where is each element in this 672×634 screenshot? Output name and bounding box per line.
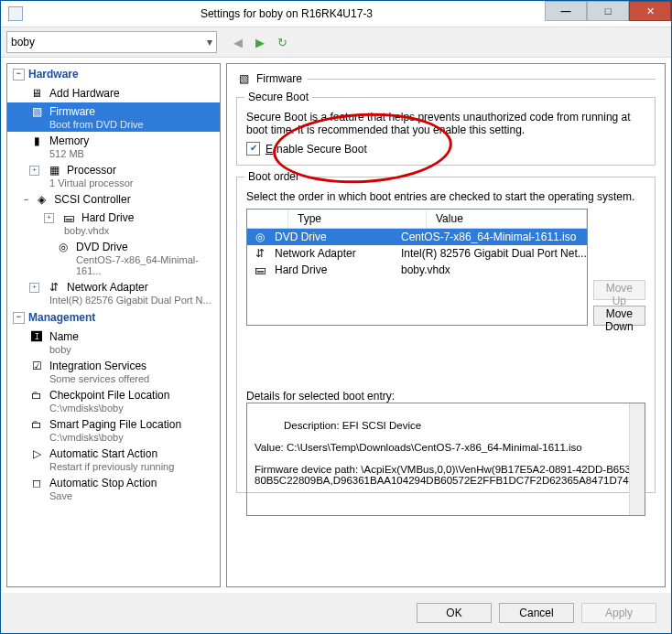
checkpoint-icon: 🗀: [29, 388, 44, 403]
tree-processor[interactable]: +▦Processor 1 Virtual processor: [7, 161, 220, 190]
move-up-button[interactable]: Move Up: [593, 280, 645, 300]
tree-dvd-drive[interactable]: ◎DVD Drive CentOS-7-x86_64-Minimal-161..…: [7, 238, 220, 278]
network-icon: ⇵: [47, 280, 61, 295]
tree-network[interactable]: +⇵Network Adapter Intel(R) 82576 Gigabit…: [7, 278, 220, 307]
cancel-button[interactable]: Cancel: [499, 603, 574, 623]
right-pane: ▧ Firmware Secure Boot Secure Boot is a …: [226, 63, 666, 587]
enable-secure-boot-checkbox[interactable]: ✔: [246, 142, 260, 156]
nav-back-icon[interactable]: ◀: [232, 36, 244, 48]
autostart-icon: ▷: [29, 446, 44, 461]
move-down-button[interactable]: Move Down: [593, 306, 645, 326]
collapse-icon[interactable]: −: [13, 312, 25, 324]
collapse-icon[interactable]: −: [13, 69, 25, 81]
tree-integration[interactable]: ☑Integration Services Some services offe…: [7, 357, 220, 386]
refresh-icon[interactable]: ↻: [276, 36, 288, 48]
expand-icon[interactable]: +: [29, 166, 39, 176]
secure-boot-desc: Secure Boot is a feature that helps prev…: [246, 111, 645, 136]
content-body: − Hardware 🖥Add Hardware ▧Firmware Boot …: [1, 58, 671, 587]
boot-row-hdd[interactable]: 🖴 Hard Drive boby.vhdx: [247, 262, 587, 278]
pane-title-row: ▧ Firmware: [236, 71, 656, 86]
hdd-icon: 🖴: [253, 263, 267, 277]
title-divider: [308, 79, 656, 80]
dvd-icon: ◎: [56, 240, 70, 254]
tree-autostart[interactable]: ▷Automatic Start Action Restart if previ…: [7, 445, 220, 474]
tree-scsi[interactable]: −◈SCSI Controller: [7, 190, 220, 209]
add-hardware-icon: 🖥: [29, 86, 44, 101]
network-icon: ⇵: [253, 246, 267, 261]
expand-icon[interactable]: +: [44, 213, 54, 223]
boot-details-box[interactable]: Description: EFI SCSI Device Value: C:\U…: [246, 403, 645, 516]
dvd-icon: ◎: [253, 230, 267, 244]
titlebar: Settings for boby on R16RK4U17-3 — □ ✕: [1, 1, 671, 27]
boot-order-group: Boot order Select the order in which boo…: [236, 177, 656, 493]
autostop-icon: ◻: [29, 476, 44, 490]
secure-boot-label: Secure Boot: [244, 91, 312, 103]
collapse-icon[interactable]: −: [24, 195, 28, 204]
tree-autostop[interactable]: ◻Automatic Stop Action Save: [7, 474, 220, 503]
window-controls: — □ ✕: [545, 1, 671, 27]
integration-icon: ☑: [29, 359, 44, 373]
secure-boot-group: Secure Boot Secure Boot is a feature tha…: [236, 97, 656, 166]
section-hardware[interactable]: − Hardware: [7, 64, 220, 84]
management-label: Management: [28, 311, 95, 324]
left-tree[interactable]: − Hardware 🖥Add Hardware ▧Firmware Boot …: [6, 63, 221, 587]
close-button[interactable]: ✕: [629, 1, 671, 21]
vm-selector[interactable]: boby ▾: [6, 31, 217, 53]
scsi-icon: ◈: [34, 192, 49, 207]
boot-row-dvd[interactable]: ◎ DVD Drive CentOS-7-x86_64-Minimal-1611…: [247, 229, 587, 245]
toolbar: boby ▾ ◀ ▶ ↻: [1, 27, 671, 58]
processor-icon: ▦: [47, 163, 61, 177]
memory-icon: ▮: [29, 134, 44, 148]
boot-order-desc: Select the order in which boot entries a…: [246, 190, 645, 203]
tree-firmware-sub: Boot from DVD Drive: [29, 119, 220, 130]
app-icon: [8, 6, 23, 21]
tree-name[interactable]: 🅸Name boby: [7, 328, 220, 357]
nav-forward-icon[interactable]: ▶: [254, 36, 266, 48]
tree-hard-drive[interactable]: +🖴Hard Drive boby.vhdx: [7, 209, 220, 238]
tree-checkpoint[interactable]: 🗀Checkpoint File Location C:\vmdisks\bob…: [7, 386, 220, 415]
expand-icon[interactable]: +: [29, 283, 39, 293]
firmware-icon: ▧: [29, 104, 44, 119]
boot-row-network[interactable]: ⇵ Network Adapter Intel(R) 82576 Gigabit…: [247, 245, 587, 262]
minimize-button[interactable]: —: [545, 1, 587, 21]
move-buttons: Move Up Move Down: [593, 209, 645, 326]
col-type[interactable]: Type: [288, 210, 427, 228]
dialog-footer: OK Cancel Apply: [1, 593, 671, 633]
chevron-down-icon: ▾: [207, 36, 212, 48]
hardware-label: Hardware: [28, 68, 79, 81]
tree-smartpaging[interactable]: 🗀Smart Paging File Location C:\vmdisks\b…: [7, 415, 220, 445]
boot-list-header: Type Value: [247, 210, 587, 229]
details-scrollbar[interactable]: [629, 403, 645, 515]
firmware-icon: ▧: [236, 71, 251, 86]
pane-title: Firmware: [256, 72, 302, 85]
apply-button[interactable]: Apply: [581, 603, 656, 623]
enable-secure-boot-row[interactable]: ✔ Enable Secure Boot: [246, 142, 645, 156]
smartpaging-icon: 🗀: [29, 417, 44, 432]
tree-add-hardware[interactable]: 🖥Add Hardware: [7, 84, 220, 102]
boot-details-text: Description: EFI SCSI Device Value: C:\U…: [255, 420, 645, 486]
vm-selected-label: boby: [11, 36, 35, 48]
col-value[interactable]: Value: [427, 210, 587, 228]
tree-firmware[interactable]: ▧Firmware Boot from DVD Drive: [7, 102, 220, 132]
hdd-icon: 🖴: [61, 210, 76, 225]
window-title: Settings for boby on R16RK4U17-3: [28, 7, 545, 20]
details-label: Details for selected boot entry:: [246, 390, 645, 403]
boot-order-list[interactable]: Type Value ◎ DVD Drive CentOS-7-x86_64-M…: [246, 209, 588, 326]
tree-memory[interactable]: ▮Memory 512 MB: [7, 132, 220, 161]
boot-order-label: Boot order: [244, 170, 303, 183]
ok-button[interactable]: OK: [417, 603, 492, 623]
maximize-button[interactable]: □: [587, 1, 629, 21]
settings-window: Settings for boby on R16RK4U17-3 — □ ✕ b…: [0, 0, 672, 634]
name-icon: 🅸: [29, 329, 44, 344]
enable-secure-boot-label: nable Secure Boot: [276, 143, 367, 156]
section-management[interactable]: − Management: [7, 307, 220, 328]
